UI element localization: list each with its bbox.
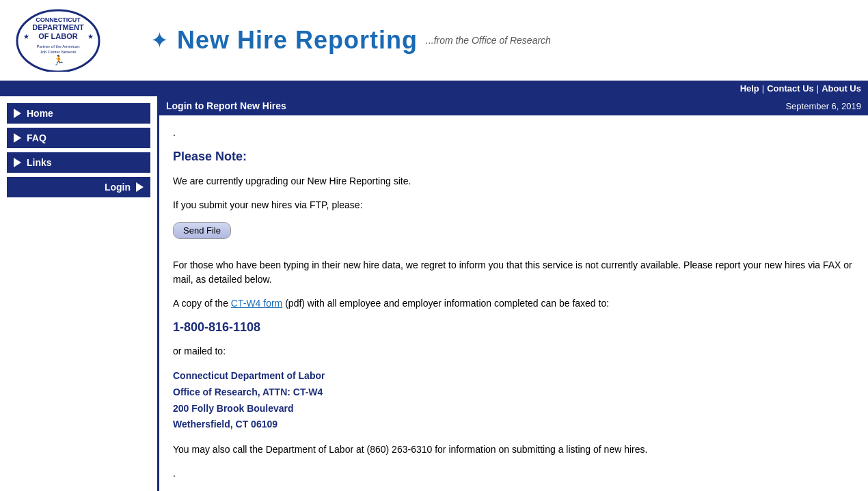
address-line4: Wethersfield, CT 06109 [173, 417, 854, 433]
home-button[interactable]: Home [7, 103, 150, 124]
ct-w4-link[interactable]: CT-W4 form [231, 298, 282, 309]
page-title: New Hire Reporting [177, 26, 418, 55]
sidebar: Home FAQ Links Login [0, 96, 157, 491]
svg-text:🏃: 🏃 [53, 55, 65, 66]
svg-text:Job Center Network: Job Center Network [40, 50, 77, 54]
page-subtitle: ...from the Office of Research [426, 35, 551, 46]
login-arrow-icon [136, 182, 144, 192]
paragraph4-post: (pdf) with all employee and employer inf… [282, 298, 609, 309]
svg-text:OF LABOR: OF LABOR [38, 32, 77, 40]
content-wrapper: Login to Report New Hires September 6, 2… [157, 96, 868, 491]
links-arrow-icon [14, 158, 21, 167]
home-arrow-icon [14, 109, 21, 118]
page-header: CONNECTICUT DEPARTMENT OF LABOR ★ ★ Part… [0, 0, 868, 81]
paragraph5: You may also call the Department of Labo… [173, 443, 854, 457]
main-layout: Home FAQ Links Login Login to Report New… [0, 96, 868, 491]
ct-dol-logo: CONNECTICUT DEPARTMENT OF LABOR ★ ★ Part… [14, 7, 103, 72]
login-label: Login [105, 182, 131, 193]
address-line2: Office of Research, ATTN: CT-W4 [173, 384, 854, 401]
phone-number: 1-800-816-1108 [173, 320, 854, 335]
title-area: ✦ New Hire Reporting ...from the Office … [150, 26, 854, 55]
content-body: . Please Note: We are currently upgradin… [159, 115, 868, 491]
svg-text:CONNECTICUT: CONNECTICUT [36, 16, 81, 23]
svg-text:★: ★ [23, 33, 29, 40]
please-note-heading: Please Note: [173, 150, 854, 164]
svg-text:Partner of the American: Partner of the American [36, 44, 79, 48]
logo-area: CONNECTICUT DEPARTMENT OF LABOR ★ ★ Part… [14, 7, 150, 74]
paragraph3: For those who have been typing in their … [173, 258, 854, 287]
paragraph1: We are currently upgrading our New Hire … [173, 174, 854, 188]
paragraph4-pre: A copy of the [173, 298, 231, 309]
content-header: Login to Report New Hires September 6, 2… [159, 96, 868, 115]
links-button[interactable]: Links [7, 152, 150, 173]
home-label: Home [27, 108, 53, 119]
help-link[interactable]: Help [740, 83, 759, 94]
faq-arrow-icon [14, 133, 21, 143]
send-file-button[interactable]: Send File [173, 222, 231, 239]
svg-text:DEPARTMENT: DEPARTMENT [32, 23, 84, 31]
address-line1: Connecticut Department of Labor [173, 368, 854, 384]
contact-link[interactable]: Contact Us [767, 83, 814, 94]
svg-text:★: ★ [87, 33, 94, 40]
sep1: | [762, 83, 764, 94]
content-header-title: Login to Report New Hires [166, 100, 286, 111]
about-link[interactable]: About Us [822, 83, 861, 94]
mailing-address: Connecticut Department of Labor Office o… [173, 368, 854, 433]
or-mailed: or mailed to: [173, 344, 854, 359]
dot-bottom: . [173, 466, 854, 481]
faq-button[interactable]: FAQ [7, 128, 150, 148]
paragraph4: A copy of the CT-W4 form (pdf) with all … [173, 296, 854, 311]
address-line3: 200 Folly Brook Boulevard [173, 401, 854, 417]
content-date: September 6, 2019 [785, 101, 861, 111]
top-nav: Help | Contact Us | About Us [0, 81, 868, 96]
title-star-icon: ✦ [150, 27, 169, 53]
dot-top: . [173, 126, 854, 140]
links-label: Links [27, 157, 52, 168]
login-button[interactable]: Login [7, 177, 150, 197]
faq-label: FAQ [27, 132, 46, 143]
sep2: | [817, 83, 819, 94]
paragraph2: If you submit your new hires via FTP, pl… [173, 198, 854, 212]
